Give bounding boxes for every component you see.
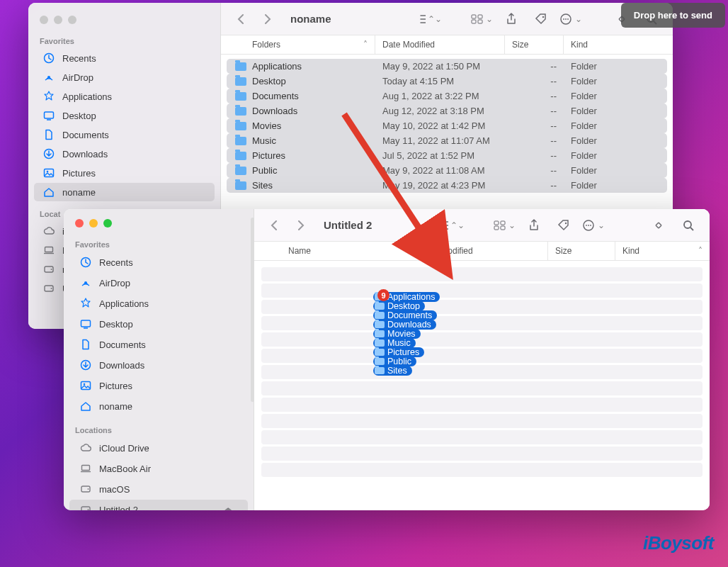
drag-item: Movies bbox=[373, 329, 421, 339]
minimize-button[interactable] bbox=[54, 16, 62, 24]
file-kind: Folder bbox=[564, 179, 667, 192]
table-row[interactable]: PublicMay 9, 2022 at 11:08 AM--Folder bbox=[227, 163, 667, 178]
column-name[interactable]: Name bbox=[254, 242, 424, 260]
sidebar-item-downloads[interactable]: Downloads bbox=[69, 355, 248, 375]
sidebar-item-desktop[interactable]: Desktop bbox=[34, 106, 215, 125]
table-row[interactable]: DownloadsAug 12, 2022 at 3:18 PM--Folder bbox=[227, 103, 667, 118]
sidebar-item-recents[interactable]: Recents bbox=[34, 49, 215, 67]
sidebar-item-applications[interactable]: Applications bbox=[69, 293, 248, 313]
column-name[interactable]: Folders˄ bbox=[221, 35, 375, 54]
column-date[interactable]: te Modified bbox=[424, 242, 548, 260]
disk-icon bbox=[42, 282, 55, 295]
file-size: -- bbox=[505, 149, 564, 162]
sidebar-item-applications[interactable]: Applications bbox=[34, 87, 215, 106]
svg-rect-4 bbox=[45, 169, 54, 177]
sidebar-item-label: Recents bbox=[62, 53, 96, 64]
drag-item-label: Desktop bbox=[387, 301, 420, 311]
group-icon[interactable]: ⌄ bbox=[493, 217, 516, 234]
drop-here-banner: Drop here to send bbox=[621, 3, 725, 28]
sidebar-item-label: Downloads bbox=[62, 149, 108, 159]
table-row[interactable]: SitesMay 19, 2022 at 4:23 PM--Folder bbox=[227, 178, 667, 193]
window-title: noname bbox=[290, 13, 331, 25]
table-row[interactable]: ApplicationsMay 9, 2022 at 1:50 PM--Fold… bbox=[227, 59, 667, 74]
file-name: Downloads bbox=[252, 106, 297, 116]
sidebar-item-label: Documents bbox=[99, 339, 146, 350]
file-name: Pictures bbox=[252, 150, 285, 161]
sidebar-item-label: Pictures bbox=[62, 168, 96, 179]
column-date[interactable]: Date Modified bbox=[375, 35, 505, 54]
sidebar-item-documents[interactable]: Documents bbox=[34, 125, 215, 144]
table-row[interactable]: MoviesMay 10, 2022 at 1:42 PM--Folder bbox=[227, 118, 667, 133]
share-icon[interactable] bbox=[500, 11, 523, 28]
table-row[interactable]: DesktopToday at 4:15 PM--Folder bbox=[227, 74, 667, 89]
group-icon[interactable]: ⌄ bbox=[470, 11, 493, 28]
eject-icon[interactable]: ⏏ bbox=[224, 505, 232, 511]
file-kind: Folder bbox=[564, 134, 667, 147]
sidebar-item-pictures[interactable]: Pictures bbox=[69, 376, 248, 395]
tag-icon[interactable] bbox=[552, 217, 575, 234]
file-kind: Folder bbox=[564, 164, 667, 177]
forward-button[interactable] bbox=[258, 9, 278, 29]
sidebar-item-desktop[interactable]: Desktop bbox=[69, 314, 248, 334]
drag-item-label: Movies bbox=[387, 329, 416, 339]
forward-button[interactable] bbox=[291, 215, 311, 235]
back-button[interactable] bbox=[264, 215, 284, 235]
folder-icon bbox=[375, 312, 385, 319]
sidebar-item-downloads[interactable]: Downloads bbox=[34, 145, 215, 163]
drag-item-label: Music bbox=[387, 338, 411, 348]
file-date: Aug 1, 2022 at 3:22 PM bbox=[375, 89, 505, 103]
more-icon[interactable]: ⌄ bbox=[582, 217, 605, 234]
drag-item-label: Documents bbox=[387, 310, 432, 320]
column-size[interactable]: Size bbox=[548, 242, 615, 260]
close-button[interactable] bbox=[40, 16, 48, 24]
expand-icon[interactable] bbox=[647, 217, 670, 234]
view-list-icon[interactable]: ⌃⌄ bbox=[419, 11, 442, 28]
column-kind[interactable]: Kind bbox=[564, 35, 673, 54]
sidebar-item-noname[interactable]: noname bbox=[34, 183, 215, 201]
sidebar-item-noname[interactable]: noname bbox=[69, 396, 248, 416]
close-button[interactable] bbox=[75, 219, 84, 228]
sidebar-item-documents[interactable]: Documents bbox=[69, 335, 248, 354]
svg-rect-25 bbox=[81, 382, 91, 390]
column-kind[interactable]: Kind˄ bbox=[615, 242, 710, 260]
sidebar-item-airdrop[interactable]: AirDrop bbox=[34, 68, 215, 86]
svg-point-29 bbox=[88, 488, 89, 490]
svg-rect-23 bbox=[81, 320, 91, 327]
sidebar-item-macos[interactable]: macOS bbox=[69, 479, 248, 499]
zoom-button[interactable] bbox=[103, 219, 112, 228]
file-date: Today at 4:15 PM bbox=[375, 74, 505, 88]
sidebar-item-icloud-drive[interactable]: iCloud Drive bbox=[69, 438, 248, 458]
table-row[interactable]: DocumentsAug 1, 2022 at 3:22 PM--Folder bbox=[227, 89, 667, 103]
more-icon[interactable]: ⌄ bbox=[559, 11, 582, 28]
disk-icon bbox=[79, 503, 92, 510]
minimize-button[interactable] bbox=[89, 219, 98, 228]
drag-item: Desktop bbox=[373, 301, 425, 311]
drop-area[interactable]: 9 ApplicationsDesktopDocumentsDownloadsM… bbox=[254, 261, 710, 510]
sidebar: Favorites RecentsAirDropApplicationsDesk… bbox=[64, 209, 254, 510]
svg-rect-32 bbox=[494, 221, 499, 225]
view-list-icon[interactable]: ⌃⌄ bbox=[442, 217, 465, 234]
sidebar-item-macbook-air[interactable]: MacBook Air bbox=[69, 459, 248, 478]
table-row[interactable]: MusicMay 11, 2022 at 11:07 AM--Folder bbox=[227, 133, 667, 148]
sidebar-item-untitled-2[interactable]: Untitled 2⏏ bbox=[69, 500, 248, 510]
folder-icon bbox=[235, 62, 246, 71]
sidebar-item-label: Applications bbox=[99, 298, 149, 309]
sidebar-item-recents[interactable]: Recents bbox=[69, 252, 248, 272]
sidebar-item-airdrop[interactable]: AirDrop bbox=[69, 273, 248, 293]
doc-icon bbox=[79, 338, 92, 351]
sidebar-item-label: AirDrop bbox=[62, 72, 93, 83]
zoom-button[interactable] bbox=[68, 16, 76, 24]
back-button[interactable] bbox=[231, 9, 251, 29]
sidebar-item-label: AirDrop bbox=[99, 278, 130, 288]
sidebar-item-label: Desktop bbox=[62, 111, 96, 121]
main-pane: Untitled 2 ⌃⌄ ⌄ ⌄ Name te Modified Size … bbox=[254, 209, 710, 510]
search-icon[interactable] bbox=[677, 217, 700, 234]
tag-icon[interactable] bbox=[530, 11, 552, 28]
disk-icon bbox=[42, 263, 55, 276]
drag-stack: ApplicationsDesktopDocumentsDownloadsMov… bbox=[373, 292, 440, 375]
sidebar-item-pictures[interactable]: Pictures bbox=[34, 164, 215, 182]
column-size[interactable]: Size bbox=[505, 35, 564, 54]
file-size: -- bbox=[505, 179, 564, 192]
table-row[interactable]: PicturesJul 5, 2022 at 1:52 PM--Folder bbox=[227, 148, 667, 163]
share-icon[interactable] bbox=[523, 217, 545, 234]
